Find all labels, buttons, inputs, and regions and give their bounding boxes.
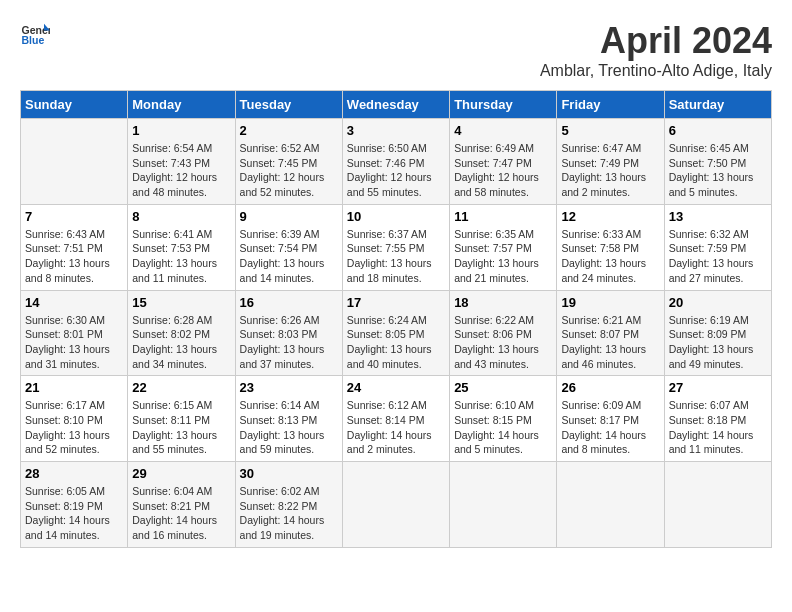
week-row-2: 7Sunrise: 6:43 AMSunset: 7:51 PMDaylight… [21,204,772,290]
day-number: 22 [132,380,230,395]
day-cell [450,462,557,548]
day-info: Sunrise: 6:35 AMSunset: 7:57 PMDaylight:… [454,227,552,286]
day-number: 26 [561,380,659,395]
day-info: Sunrise: 6:37 AMSunset: 7:55 PMDaylight:… [347,227,445,286]
day-cell: 2Sunrise: 6:52 AMSunset: 7:45 PMDaylight… [235,119,342,205]
location: Amblar, Trentino-Alto Adige, Italy [540,62,772,80]
day-cell: 13Sunrise: 6:32 AMSunset: 7:59 PMDayligh… [664,204,771,290]
day-cell: 16Sunrise: 6:26 AMSunset: 8:03 PMDayligh… [235,290,342,376]
column-headers-row: SundayMondayTuesdayWednesdayThursdayFrid… [21,91,772,119]
day-info: Sunrise: 6:45 AMSunset: 7:50 PMDaylight:… [669,141,767,200]
day-cell: 30Sunrise: 6:02 AMSunset: 8:22 PMDayligh… [235,462,342,548]
column-header-monday: Monday [128,91,235,119]
day-cell: 12Sunrise: 6:33 AMSunset: 7:58 PMDayligh… [557,204,664,290]
day-cell: 15Sunrise: 6:28 AMSunset: 8:02 PMDayligh… [128,290,235,376]
day-info: Sunrise: 6:50 AMSunset: 7:46 PMDaylight:… [347,141,445,200]
day-cell: 6Sunrise: 6:45 AMSunset: 7:50 PMDaylight… [664,119,771,205]
day-number: 20 [669,295,767,310]
day-info: Sunrise: 6:26 AMSunset: 8:03 PMDaylight:… [240,313,338,372]
day-cell: 22Sunrise: 6:15 AMSunset: 8:11 PMDayligh… [128,376,235,462]
column-header-wednesday: Wednesday [342,91,449,119]
day-number: 30 [240,466,338,481]
day-info: Sunrise: 6:15 AMSunset: 8:11 PMDaylight:… [132,398,230,457]
day-info: Sunrise: 6:07 AMSunset: 8:18 PMDaylight:… [669,398,767,457]
logo-icon: General Blue [20,20,50,50]
day-cell: 20Sunrise: 6:19 AMSunset: 8:09 PMDayligh… [664,290,771,376]
day-number: 17 [347,295,445,310]
day-cell: 8Sunrise: 6:41 AMSunset: 7:53 PMDaylight… [128,204,235,290]
day-info: Sunrise: 6:17 AMSunset: 8:10 PMDaylight:… [25,398,123,457]
day-number: 8 [132,209,230,224]
day-cell [664,462,771,548]
day-info: Sunrise: 6:28 AMSunset: 8:02 PMDaylight:… [132,313,230,372]
day-cell: 19Sunrise: 6:21 AMSunset: 8:07 PMDayligh… [557,290,664,376]
day-cell: 18Sunrise: 6:22 AMSunset: 8:06 PMDayligh… [450,290,557,376]
day-cell [342,462,449,548]
day-cell: 25Sunrise: 6:10 AMSunset: 8:15 PMDayligh… [450,376,557,462]
day-cell: 4Sunrise: 6:49 AMSunset: 7:47 PMDaylight… [450,119,557,205]
day-info: Sunrise: 6:33 AMSunset: 7:58 PMDaylight:… [561,227,659,286]
day-info: Sunrise: 6:05 AMSunset: 8:19 PMDaylight:… [25,484,123,543]
day-cell: 24Sunrise: 6:12 AMSunset: 8:14 PMDayligh… [342,376,449,462]
day-cell [21,119,128,205]
column-header-saturday: Saturday [664,91,771,119]
week-row-1: 1Sunrise: 6:54 AMSunset: 7:43 PMDaylight… [21,119,772,205]
day-info: Sunrise: 6:14 AMSunset: 8:13 PMDaylight:… [240,398,338,457]
day-number: 19 [561,295,659,310]
day-number: 9 [240,209,338,224]
month-title: April 2024 [540,20,772,62]
day-number: 4 [454,123,552,138]
day-info: Sunrise: 6:41 AMSunset: 7:53 PMDaylight:… [132,227,230,286]
day-cell: 29Sunrise: 6:04 AMSunset: 8:21 PMDayligh… [128,462,235,548]
week-row-5: 28Sunrise: 6:05 AMSunset: 8:19 PMDayligh… [21,462,772,548]
day-info: Sunrise: 6:39 AMSunset: 7:54 PMDaylight:… [240,227,338,286]
day-info: Sunrise: 6:22 AMSunset: 8:06 PMDaylight:… [454,313,552,372]
column-header-tuesday: Tuesday [235,91,342,119]
day-cell: 26Sunrise: 6:09 AMSunset: 8:17 PMDayligh… [557,376,664,462]
day-number: 3 [347,123,445,138]
day-cell: 10Sunrise: 6:37 AMSunset: 7:55 PMDayligh… [342,204,449,290]
day-number: 25 [454,380,552,395]
week-row-4: 21Sunrise: 6:17 AMSunset: 8:10 PMDayligh… [21,376,772,462]
day-number: 28 [25,466,123,481]
day-number: 10 [347,209,445,224]
day-number: 24 [347,380,445,395]
column-header-friday: Friday [557,91,664,119]
day-info: Sunrise: 6:43 AMSunset: 7:51 PMDaylight:… [25,227,123,286]
day-info: Sunrise: 6:04 AMSunset: 8:21 PMDaylight:… [132,484,230,543]
day-info: Sunrise: 6:52 AMSunset: 7:45 PMDaylight:… [240,141,338,200]
day-number: 16 [240,295,338,310]
calendar-table: SundayMondayTuesdayWednesdayThursdayFrid… [20,90,772,548]
day-info: Sunrise: 6:49 AMSunset: 7:47 PMDaylight:… [454,141,552,200]
day-info: Sunrise: 6:47 AMSunset: 7:49 PMDaylight:… [561,141,659,200]
svg-text:Blue: Blue [22,34,45,46]
day-number: 12 [561,209,659,224]
column-header-sunday: Sunday [21,91,128,119]
day-number: 21 [25,380,123,395]
day-info: Sunrise: 6:12 AMSunset: 8:14 PMDaylight:… [347,398,445,457]
day-cell: 1Sunrise: 6:54 AMSunset: 7:43 PMDaylight… [128,119,235,205]
day-number: 2 [240,123,338,138]
day-info: Sunrise: 6:24 AMSunset: 8:05 PMDaylight:… [347,313,445,372]
logo: General Blue [20,20,50,50]
day-cell: 17Sunrise: 6:24 AMSunset: 8:05 PMDayligh… [342,290,449,376]
day-cell: 11Sunrise: 6:35 AMSunset: 7:57 PMDayligh… [450,204,557,290]
title-section: April 2024 Amblar, Trentino-Alto Adige, … [540,20,772,80]
day-number: 18 [454,295,552,310]
week-row-3: 14Sunrise: 6:30 AMSunset: 8:01 PMDayligh… [21,290,772,376]
day-info: Sunrise: 6:32 AMSunset: 7:59 PMDaylight:… [669,227,767,286]
day-info: Sunrise: 6:02 AMSunset: 8:22 PMDaylight:… [240,484,338,543]
day-number: 1 [132,123,230,138]
day-number: 7 [25,209,123,224]
day-cell: 23Sunrise: 6:14 AMSunset: 8:13 PMDayligh… [235,376,342,462]
day-info: Sunrise: 6:19 AMSunset: 8:09 PMDaylight:… [669,313,767,372]
day-cell: 27Sunrise: 6:07 AMSunset: 8:18 PMDayligh… [664,376,771,462]
day-number: 6 [669,123,767,138]
day-info: Sunrise: 6:10 AMSunset: 8:15 PMDaylight:… [454,398,552,457]
calendar-body: 1Sunrise: 6:54 AMSunset: 7:43 PMDaylight… [21,119,772,548]
day-cell [557,462,664,548]
day-cell: 3Sunrise: 6:50 AMSunset: 7:46 PMDaylight… [342,119,449,205]
day-info: Sunrise: 6:54 AMSunset: 7:43 PMDaylight:… [132,141,230,200]
day-number: 14 [25,295,123,310]
page-header: General Blue April 2024 Amblar, Trentino… [20,20,772,80]
